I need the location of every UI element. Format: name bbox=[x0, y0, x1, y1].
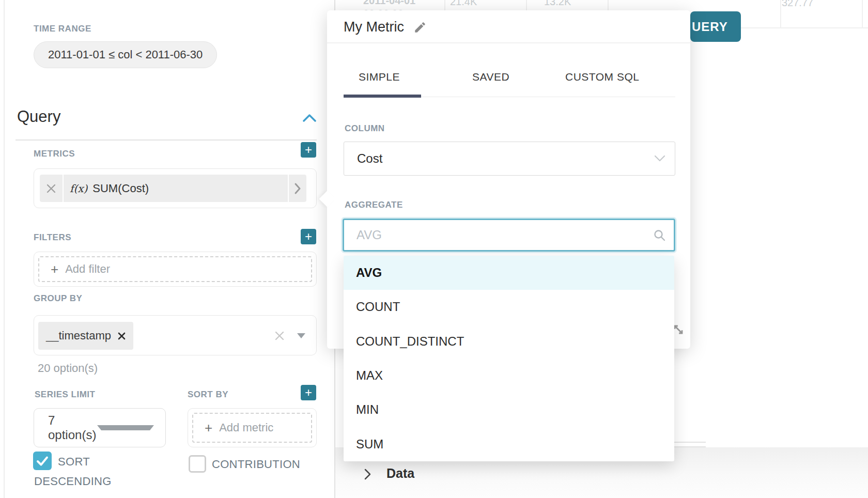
caret-down-icon[interactable] bbox=[297, 333, 305, 338]
option-sum[interactable]: SUM bbox=[344, 427, 674, 461]
add-filter-dropzone[interactable]: + Add filter bbox=[38, 256, 312, 282]
group-by-tag[interactable]: __timestamp bbox=[38, 322, 133, 350]
chevron-up-icon[interactable] bbox=[303, 114, 316, 122]
aggregate-label: AGGREGATE bbox=[345, 200, 403, 210]
option-min[interactable]: MIN bbox=[344, 393, 674, 427]
window-edge-line bbox=[4, 0, 5, 498]
check-icon bbox=[33, 452, 52, 470]
table-gridline bbox=[780, 0, 781, 27]
plus-icon: + bbox=[305, 144, 312, 156]
search-icon bbox=[654, 229, 665, 241]
plus-icon: + bbox=[51, 262, 58, 276]
add-metric-button[interactable]: + bbox=[301, 142, 316, 158]
time-range-pill[interactable]: 2011-01-01 ≤ col < 2011-06-30 bbox=[34, 41, 217, 68]
contribution-checkbox[interactable] bbox=[189, 455, 206, 473]
group-by-select[interactable]: __timestamp bbox=[34, 315, 317, 355]
caret-down-icon bbox=[97, 425, 154, 430]
remove-metric-icon[interactable] bbox=[47, 184, 56, 193]
divider bbox=[327, 42, 690, 43]
time-range-label: TIME RANGE bbox=[34, 24, 91, 34]
time-range-value: 2011-01-01 ≤ col < 2011-06-30 bbox=[48, 48, 203, 61]
sort-by-control: + Add metric bbox=[188, 408, 317, 447]
filters-control: + Add filter bbox=[34, 252, 317, 287]
group-by-options-hint: 20 option(s) bbox=[38, 362, 98, 375]
aggregate-input[interactable]: AVG bbox=[343, 219, 675, 252]
metrics-control[interactable]: f(x) SUM(Cost) bbox=[34, 168, 317, 208]
clear-icon[interactable] bbox=[275, 331, 284, 340]
sort-descending-label-line2: DESCENDING bbox=[34, 475, 112, 488]
plus-icon: + bbox=[205, 421, 212, 434]
column-label: COLUMN bbox=[345, 123, 385, 134]
explore-view: 2011-04-01 00:00:00 21.4K 13.2K 327.77 U… bbox=[0, 0, 868, 498]
add-filter-button[interactable]: + bbox=[301, 229, 316, 244]
option-count[interactable]: COUNT bbox=[344, 290, 674, 324]
table-cell-value: 327.77 bbox=[782, 0, 813, 9]
remove-tag-icon[interactable] bbox=[118, 332, 126, 340]
divider bbox=[63, 175, 64, 202]
sort-descending-label-line1: SORT bbox=[58, 455, 90, 469]
series-limit-select[interactable]: 7 option(s) bbox=[34, 408, 166, 447]
data-panel-title: Data bbox=[386, 466, 414, 481]
chevron-right-icon[interactable] bbox=[294, 182, 301, 195]
option-avg[interactable]: AVG bbox=[344, 256, 674, 290]
active-tab-indicator bbox=[344, 95, 421, 98]
popover-arrow bbox=[319, 191, 335, 207]
tab-simple[interactable]: SIMPLE bbox=[359, 71, 400, 83]
plus-icon: + bbox=[305, 230, 312, 243]
option-count-distinct[interactable]: COUNT_DISTINCT bbox=[344, 324, 674, 359]
metric-pill[interactable]: f(x) SUM(Cost) bbox=[40, 175, 306, 202]
filters-label: FILTERS bbox=[34, 232, 71, 243]
column-select[interactable]: Cost bbox=[344, 142, 675, 176]
aggregate-placeholder: AVG bbox=[357, 228, 654, 242]
chevron-right-icon[interactable] bbox=[364, 469, 372, 480]
group-by-label: GROUP BY bbox=[34, 293, 82, 304]
table-cell-date: 2011-04-01 bbox=[363, 0, 415, 7]
chevron-down-icon bbox=[654, 155, 665, 162]
series-limit-value: 7 option(s) bbox=[48, 413, 97, 442]
add-metric-placeholder: Add metric bbox=[219, 421, 273, 434]
add-sort-metric-button[interactable]: + bbox=[301, 385, 316, 400]
metrics-label: METRICS bbox=[34, 149, 75, 159]
add-sort-metric-dropzone[interactable]: + Add metric bbox=[192, 413, 312, 443]
series-limit-label: SERIES LIMIT bbox=[35, 390, 95, 400]
table-gridline bbox=[862, 0, 863, 27]
edit-pencil-icon[interactable] bbox=[413, 21, 427, 34]
tab-saved[interactable]: SAVED bbox=[472, 71, 509, 83]
table-cell-value: 13.2K bbox=[544, 0, 571, 8]
group-by-tag-value: __timestamp bbox=[46, 329, 111, 343]
divider bbox=[288, 175, 289, 202]
add-filter-placeholder: Add filter bbox=[65, 262, 110, 276]
table-cell-value: 21.4K bbox=[450, 0, 477, 8]
run-query-button[interactable]: UERY bbox=[690, 11, 741, 42]
divider bbox=[16, 139, 317, 141]
column-value: Cost bbox=[357, 151, 654, 166]
function-icon: f(x) bbox=[70, 182, 87, 195]
option-max[interactable]: MAX bbox=[344, 359, 674, 393]
query-section-title: Query bbox=[17, 107, 60, 126]
metric-name: SUM(Cost) bbox=[92, 182, 149, 195]
popover-title: My Metric bbox=[344, 19, 404, 35]
aggregate-options-dropdown: AVG COUNT COUNT_DISTINCT MAX MIN SUM bbox=[344, 256, 674, 461]
sort-by-label: SORT BY bbox=[188, 390, 228, 400]
sort-descending-checkbox[interactable] bbox=[33, 452, 52, 470]
contribution-label: CONTRIBUTION bbox=[212, 458, 300, 471]
run-query-label: UERY bbox=[692, 20, 728, 34]
plus-icon: + bbox=[305, 386, 312, 399]
tab-custom-sql[interactable]: CUSTOM SQL bbox=[565, 71, 639, 83]
